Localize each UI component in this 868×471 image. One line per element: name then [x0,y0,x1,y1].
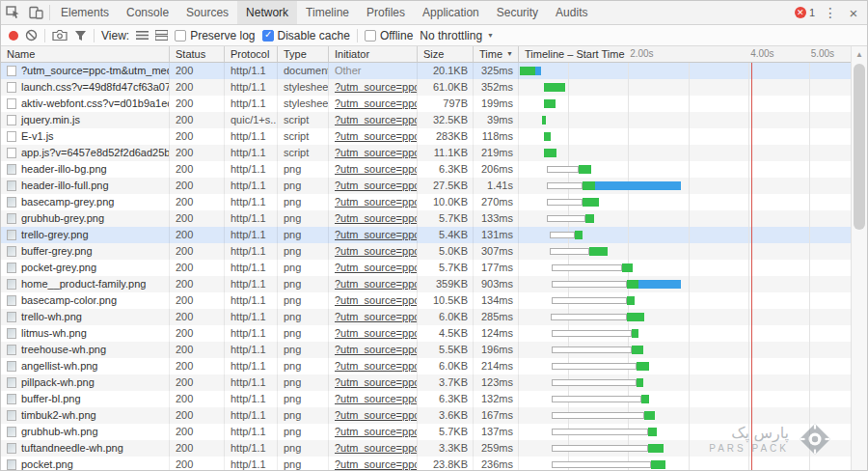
devtools-tabbar: ElementsConsoleSourcesNetworkTimelinePro… [1,1,867,25]
table-row[interactable]: angellist-wh.png 200 http/1.1 png ?utm_s… [1,358,853,374]
tab-network[interactable]: Network [237,1,297,24]
table-row[interactable]: aktiv-webfont.css?v=d01b9a1ec347... 200 … [1,96,853,112]
initiator-link[interactable]: ?utm_source=ppc-... [335,147,418,158]
request-name: E-v1.js [21,130,54,142]
disable-cache-checkbox[interactable]: Disable cache [262,29,350,42]
cell-status: 200 [170,210,225,227]
tab-profiles[interactable]: Profiles [358,1,414,24]
error-badge[interactable]: ✕ 1 [791,7,819,18]
table-row[interactable]: timbuk2-wh.png 200 http/1.1 png ?utm_sou… [1,407,853,424]
table-row[interactable]: pocket-grey.png 200 http/1.1 png ?utm_so… [1,260,853,276]
checkbox-box[interactable] [262,30,274,42]
table-row[interactable]: pocket.png 200 http/1.1 png ?utm_source=… [1,457,853,471]
timeline-header-cell[interactable]: Timeline – Start Time 2.00s4.00s5.00s [519,46,853,62]
table-row[interactable]: grubhub-wh.png 200 http/1.1 png ?utm_sou… [1,424,853,440]
column-header-size[interactable]: Size [418,46,474,62]
initiator-link[interactable]: ?utm_source=ppc-... [335,212,418,224]
checkbox-box[interactable] [365,30,376,42]
throttling-dropdown[interactable]: No throttling ▼ [420,29,494,42]
table-row[interactable]: E-v1.js 200 http/1.1 script ?utm_source=… [1,128,853,145]
column-header-protocol[interactable]: Protocol [225,46,278,62]
initiator-link[interactable]: ?utm_source=ppc-... [335,163,418,175]
initiator-link[interactable]: ?utm_source=ppc-... [335,262,418,273]
cell-time: 285ms [474,309,519,325]
column-header-type[interactable]: Type [278,46,329,62]
view-large-rows-icon[interactable] [155,30,168,41]
tab-console[interactable]: Console [118,1,177,24]
filter-icon[interactable] [74,30,87,42]
menu-kebab-icon[interactable]: ⋮ [819,1,842,24]
table-row[interactable]: jquery.min.js 200 quic/1+s... script ?ut… [1,112,853,128]
initiator-link[interactable]: ?utm_source=ppc-... [335,409,418,421]
column-header-name[interactable]: Name [1,46,170,62]
scrollbar-thumb[interactable] [854,64,865,230]
table-row[interactable]: app.js?v=6457e8d52f2d6ad25bb10c... 200 h… [1,145,853,161]
initiator-link[interactable]: ?utm_source=ppc-... [335,180,418,191]
record-button[interactable] [9,31,18,41]
table-row[interactable]: litmus-wh.png 200 http/1.1 png ?utm_sour… [1,325,853,342]
request-name: buffer-bl.png [21,393,81,404]
view-list-icon[interactable] [136,30,149,41]
clear-button[interactable] [25,29,38,42]
table-row[interactable]: tuftandneedle-wh.png 200 http/1.1 png ?u… [1,440,853,457]
request-table-body: ?utm_source=ppc-tm&utm_medium... 200 htt… [1,63,853,471]
table-row[interactable]: home__product-family.png 200 http/1.1 pn… [1,276,853,292]
initiator-link[interactable]: ?utm_source=ppc-... [335,426,418,437]
initiator-link[interactable]: ?utm_source=ppc-... [335,376,418,388]
initiator-link[interactable]: ?utm_source=ppc-... [335,81,418,93]
initiator-link[interactable]: ?utm_source=ppc-... [335,344,418,355]
column-header-initiator[interactable]: Initiator [329,46,418,62]
initiator-link[interactable]: ?utm_source=ppc-... [335,130,418,142]
timeline-tick-label: 4.00s [750,46,773,62]
table-row[interactable]: basecamp-color.png 200 http/1.1 png ?utm… [1,292,853,309]
request-name: trello-grey.png [21,229,89,240]
tab-timeline[interactable]: Timeline [297,1,358,24]
initiator-link[interactable]: ?utm_source=ppc-... [335,458,418,470]
initiator-link[interactable]: ?utm_source=ppc-... [335,278,418,290]
initiator-link[interactable]: ?utm_source=ppc-... [335,327,418,339]
initiator-link[interactable]: ?utm_source=ppc-... [335,393,418,404]
table-row[interactable]: basecamp-grey.png 200 http/1.1 png ?utm_… [1,194,853,210]
request-name: jquery.min.js [21,114,80,125]
cell-time: 134ms [474,292,519,309]
initiator-link[interactable]: ?utm_source=ppc-... [335,196,418,208]
offline-checkbox[interactable]: Offline [365,29,413,42]
table-row[interactable]: treehouse-wh.png 200 http/1.1 png ?utm_s… [1,342,853,358]
table-row[interactable]: trello-grey.png 200 http/1.1 png ?utm_so… [1,227,853,243]
table-row[interactable]: trello-wh.png 200 http/1.1 png ?utm_sour… [1,309,853,325]
initiator-link[interactable]: ?utm_source=ppc-... [335,97,418,109]
cell-type: png [278,325,329,342]
initiator-link[interactable]: ?utm_source=ppc-... [335,245,418,257]
table-row[interactable]: buffer-bl.png 200 http/1.1 png ?utm_sour… [1,391,853,407]
table-row[interactable]: grubhub-grey.png 200 http/1.1 png ?utm_s… [1,210,853,227]
initiator-link[interactable]: ?utm_source=ppc-... [335,442,418,454]
checkbox-box[interactable] [175,30,186,42]
table-row[interactable]: header-illo-full.png 200 http/1.1 png ?u… [1,178,853,194]
initiator-link[interactable]: ?utm_source=ppc-... [335,311,418,322]
initiator-link[interactable]: ?utm_source=ppc-... [335,360,418,372]
vertical-scrollbar[interactable]: ▲ [851,46,867,471]
screenshot-camera-icon[interactable] [52,29,68,42]
tab-sources[interactable]: Sources [177,1,237,24]
initiator-link[interactable]: ?utm_source=ppc-... [335,114,418,125]
initiator-link[interactable]: ?utm_source=ppc-... [335,294,418,306]
initiator-link[interactable]: ?utm_source=ppc-... [335,229,418,240]
tab-elements[interactable]: Elements [52,1,118,24]
request-name: treehouse-wh.png [21,344,106,355]
tab-security[interactable]: Security [488,1,547,24]
toggle-device-toolbar-icon[interactable] [24,1,47,24]
inspect-element-icon[interactable] [1,1,24,24]
preserve-log-checkbox[interactable]: Preserve log [175,29,255,42]
tab-application[interactable]: Application [414,1,488,24]
close-devtools-icon[interactable]: × [842,1,865,24]
table-row[interactable]: launch.css?v=49d8fd47cf63a07c986... 200 … [1,79,853,96]
tab-audits[interactable]: Audits [547,1,596,24]
cell-status: 200 [170,457,225,471]
table-row[interactable]: header-illo-bg.png 200 http/1.1 png ?utm… [1,161,853,178]
table-row[interactable]: buffer-grey.png 200 http/1.1 png ?utm_so… [1,243,853,260]
table-row[interactable]: ?utm_source=ppc-tm&utm_medium... 200 htt… [1,63,853,79]
table-row[interactable]: pillpack-wh.png 200 http/1.1 png ?utm_so… [1,374,853,391]
column-header-status[interactable]: Status [170,46,225,62]
cell-protocol: quic/1+s... [225,112,278,128]
scrollbar-up-icon[interactable]: ▲ [852,46,867,62]
